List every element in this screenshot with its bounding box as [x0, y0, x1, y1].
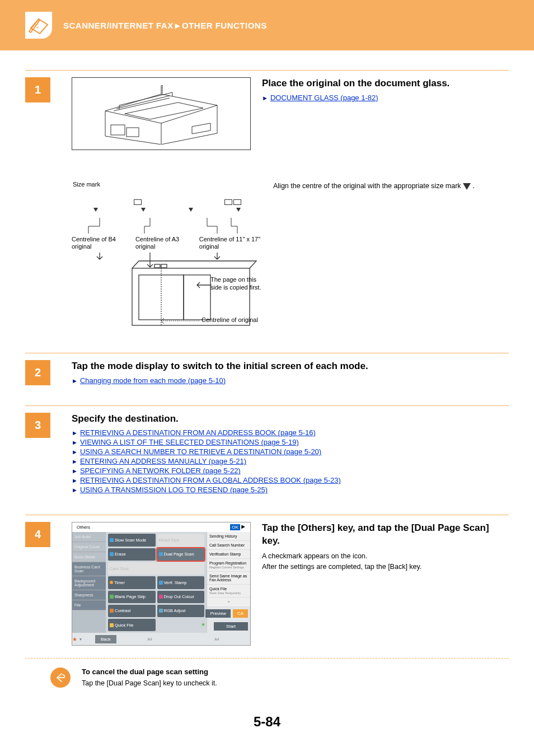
blank-icon	[110, 595, 114, 599]
step3-title: Specify the destination.	[72, 413, 509, 426]
document-glass-link[interactable]: DOCUMENT GLASS (page 1-82)	[270, 94, 378, 102]
step-number-3: 3	[25, 413, 50, 438]
divider	[25, 405, 509, 406]
rgb-icon	[159, 609, 163, 613]
ca-button[interactable]: CA	[233, 609, 248, 618]
centreline-original-label: Centreline of original	[202, 316, 258, 324]
step3-link-5[interactable]: RETRIEVING A DESTINATION FROM A GLOBAL A…	[80, 476, 341, 484]
breadcrumb: SCANNER/INTERNET FAX►OTHER FUNCTIONS	[63, 21, 267, 30]
divider	[25, 353, 509, 353]
step3-link-0[interactable]: RETRIEVING A DESTINATION FROM AN ADDRESS…	[80, 428, 316, 437]
changing-mode-link[interactable]: Changing mode from each mode (page 5-10)	[80, 376, 226, 385]
triangle-icon: ►	[72, 477, 78, 484]
timer-icon	[110, 581, 113, 584]
tab-business-card[interactable]: Business Card Scan	[72, 562, 106, 576]
tab-file[interactable]: File	[72, 600, 106, 610]
action-panel: Sending History Call Search Number Verif…	[207, 532, 250, 633]
centreline-11x17-label: Centreline of 11" x 17" original	[199, 236, 262, 250]
blank-page-button[interactable]: Blank Page Skip	[108, 591, 156, 603]
step3-link-1[interactable]: VIEWING A LIST OF THE SELECTED DESTINATI…	[80, 438, 299, 446]
triangle-down-icon	[463, 183, 471, 190]
verification-stamp[interactable]: Verification Stamp	[207, 550, 250, 559]
slow-scan-button[interactable]: Slow Scan Mode	[108, 534, 156, 546]
verif-stamp-button[interactable]: Verif. Stamp	[157, 576, 205, 589]
svg-rect-3	[154, 264, 160, 268]
step1-title: Place the original on the document glass…	[262, 77, 509, 90]
printer-illustration	[72, 77, 251, 150]
dashed-divider	[25, 658, 509, 659]
glass-diagram: Size mark Centreline	[72, 181, 262, 333]
triangle-icon: ►	[72, 468, 78, 474]
cancel-body: Tap the [Dual Page Scan] key to uncheck …	[82, 678, 217, 689]
star-icon[interactable]: ★	[72, 636, 77, 642]
step3-link-4[interactable]: SPECIFYING A NETWORK FOLDER (page 5-22)	[80, 466, 241, 475]
step4-title: Tap the [Others] key, and tap the [Dual …	[262, 522, 509, 548]
size-mark-label: Size mark	[73, 181, 100, 188]
panel-title: Others	[77, 525, 90, 530]
drop-out-colour-button[interactable]: Drop Out Colour	[157, 591, 205, 603]
tab-sharpness[interactable]: Sharpness	[72, 590, 106, 600]
quick-file-button[interactable]: Quick File	[108, 619, 156, 631]
page-side-label: The page on this side is copied first.	[210, 276, 262, 291]
svg-rect-4	[161, 264, 167, 268]
divider	[25, 515, 509, 515]
svg-rect-0	[111, 125, 125, 135]
centreline-b4-label: Centreline of B4 original	[72, 236, 134, 250]
rgb-adjust-button[interactable]: RGB Adjust	[157, 605, 205, 617]
globe-icon: ◉	[202, 622, 205, 631]
expand-icon[interactable]: ⯈	[241, 525, 246, 530]
triangle-icon: ►	[262, 95, 268, 101]
back-arrow-icon	[50, 668, 71, 688]
tab-book-divide[interactable]: Book Divide	[72, 552, 106, 562]
step-number-1: 1	[25, 77, 50, 102]
call-search-number[interactable]: Call Search Number	[207, 541, 250, 550]
svg-rect-1	[127, 128, 139, 137]
timer-button[interactable]: Timer	[108, 576, 156, 589]
step3-link-3[interactable]: ENTERING AN ADDRESS MANUALLY (page 5-21)	[80, 457, 246, 465]
divider	[25, 70, 509, 71]
dual-page-scan-button[interactable]: Dual Page Scan	[157, 548, 205, 561]
sending-history[interactable]: Sending History	[207, 532, 250, 541]
stamp-icon	[159, 581, 163, 585]
drop-icon	[159, 595, 163, 599]
contrast-icon	[110, 609, 114, 613]
align-note: Align the centre of the original with th…	[273, 181, 509, 192]
step3-link-6[interactable]: USING A TRANSMISSION LOG TO RESEND (page…	[80, 486, 268, 494]
start-button[interactable]: Start	[214, 622, 248, 631]
scanner-icon	[25, 12, 52, 39]
triangle-icon: ►	[72, 458, 78, 465]
triangle-icon: ►	[72, 430, 78, 436]
scroll-down-icon[interactable]: ▾	[207, 598, 250, 607]
chevron-down-icon[interactable]: ▾	[79, 637, 82, 642]
step-number-2: 2	[25, 360, 50, 385]
card-shot-button[interactable]: Card Shot	[108, 562, 204, 575]
tab-background[interactable]: Background Adjustment	[72, 576, 106, 590]
doc-icon	[110, 538, 114, 542]
step4-line2: After the settings are completed, tap th…	[262, 562, 509, 572]
contrast-button[interactable]: Contrast	[108, 605, 156, 617]
svg-rect-6	[184, 275, 210, 320]
dual-page-icon	[159, 552, 163, 556]
preview-button[interactable]: Preview	[205, 609, 230, 618]
erase-icon	[110, 552, 114, 556]
header-bar: SCANNER/INTERNET FAX►OTHER FUNCTIONS	[0, 0, 534, 50]
ok-button[interactable]: OK	[230, 524, 240, 530]
left-tabs: Job Build Original Count Book Divide Bus…	[72, 532, 106, 633]
step2-title: Tap the mode display to switch to the in…	[72, 360, 509, 373]
step3-link-2[interactable]: USING A SEARCH NUMBER TO RETRIEVE A DEST…	[80, 447, 321, 456]
program-registration[interactable]: Program RegistrationRegister Current Set…	[207, 559, 250, 572]
paper-a4-1: A4	[116, 637, 184, 641]
quick-file-action[interactable]: Quick FileStore Data Temporarily	[207, 585, 250, 598]
erase-button[interactable]: Erase	[108, 548, 156, 561]
tab-job-build[interactable]: Job Build	[72, 532, 106, 542]
step-number-4: 4	[25, 522, 50, 547]
back-button[interactable]: Back	[95, 635, 116, 643]
tab-original-count[interactable]: Original Count	[72, 542, 106, 552]
mixed-size-button[interactable]: Mixed Size	[157, 534, 205, 546]
step4-line1: A checkmark appears on the icon.	[262, 551, 509, 562]
send-same-image[interactable]: Send Same Image as Fax Address	[207, 572, 250, 585]
page-number: 5-84	[25, 714, 509, 730]
triangle-icon: ►	[72, 439, 78, 446]
others-panel-screenshot: Others OK ⯈ Job Build Original Count Boo…	[72, 522, 251, 646]
cancel-title: To cancel the dual page scan setting	[82, 668, 217, 676]
